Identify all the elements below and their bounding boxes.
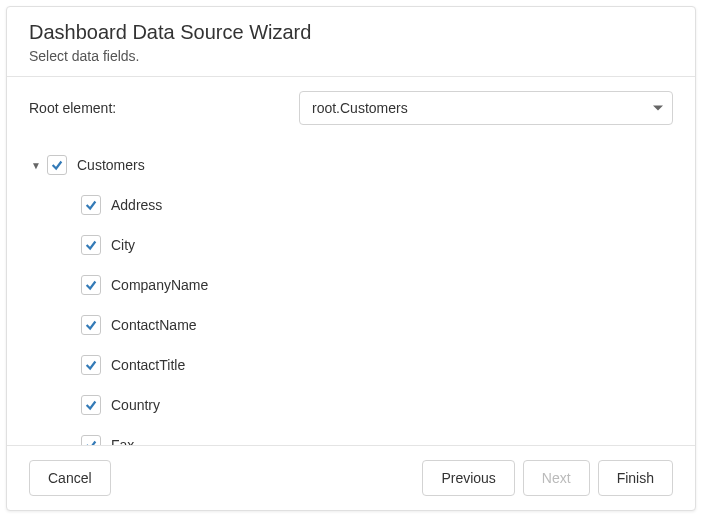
root-element-value: root.Customers: [312, 100, 408, 116]
checkbox-contactname[interactable]: [81, 315, 101, 335]
check-icon: [84, 398, 98, 412]
tree-node-label: Address: [111, 197, 162, 213]
tree-node-label: Customers: [77, 157, 145, 173]
tree-node-child[interactable]: Country: [29, 385, 673, 425]
tree-node-child[interactable]: Address: [29, 185, 673, 225]
checkbox-city[interactable]: [81, 235, 101, 255]
chevron-down-icon: [653, 106, 663, 111]
root-element-label: Root element:: [29, 100, 279, 116]
checkbox-country[interactable]: [81, 395, 101, 415]
check-icon: [50, 158, 64, 172]
finish-button[interactable]: Finish: [598, 460, 673, 496]
cancel-button[interactable]: Cancel: [29, 460, 111, 496]
tree-node-child[interactable]: ContactName: [29, 305, 673, 345]
root-element-row: Root element: root.Customers: [29, 91, 673, 125]
tree-node-label: Country: [111, 397, 160, 413]
wizard-header: Dashboard Data Source Wizard Select data…: [7, 7, 695, 77]
tree-children: Address City CompanyName: [29, 185, 673, 445]
check-icon: [84, 438, 98, 445]
checkbox-companyname[interactable]: [81, 275, 101, 295]
wizard-dialog: Dashboard Data Source Wizard Select data…: [6, 6, 696, 511]
tree-node-label: ContactTitle: [111, 357, 185, 373]
wizard-title: Dashboard Data Source Wizard: [29, 21, 673, 44]
previous-button[interactable]: Previous: [422, 460, 514, 496]
tree-node-label: CompanyName: [111, 277, 208, 293]
expand-toggle-icon[interactable]: ▼: [29, 160, 43, 171]
check-icon: [84, 358, 98, 372]
root-element-select[interactable]: root.Customers: [299, 91, 673, 125]
checkbox-fax[interactable]: [81, 435, 101, 445]
check-icon: [84, 238, 98, 252]
checkbox-contacttitle[interactable]: [81, 355, 101, 375]
tree-node-label: Fax: [111, 437, 134, 445]
tree-node-child[interactable]: CompanyName: [29, 265, 673, 305]
checkbox-customers[interactable]: [47, 155, 67, 175]
wizard-subtitle: Select data fields.: [29, 48, 673, 64]
check-icon: [84, 198, 98, 212]
tree-node-root[interactable]: ▼ Customers: [29, 145, 673, 185]
tree-node-label: ContactName: [111, 317, 197, 333]
wizard-body: Root element: root.Customers ▼ Customers: [7, 77, 695, 445]
wizard-footer: Cancel Previous Next Finish: [7, 445, 695, 510]
tree-node-child[interactable]: City: [29, 225, 673, 265]
checkbox-address[interactable]: [81, 195, 101, 215]
next-button: Next: [523, 460, 590, 496]
tree-node-label: City: [111, 237, 135, 253]
fields-tree: ▼ Customers Address: [29, 145, 673, 445]
check-icon: [84, 278, 98, 292]
tree-node-child[interactable]: ContactTitle: [29, 345, 673, 385]
tree-node-child[interactable]: Fax: [29, 425, 673, 445]
check-icon: [84, 318, 98, 332]
